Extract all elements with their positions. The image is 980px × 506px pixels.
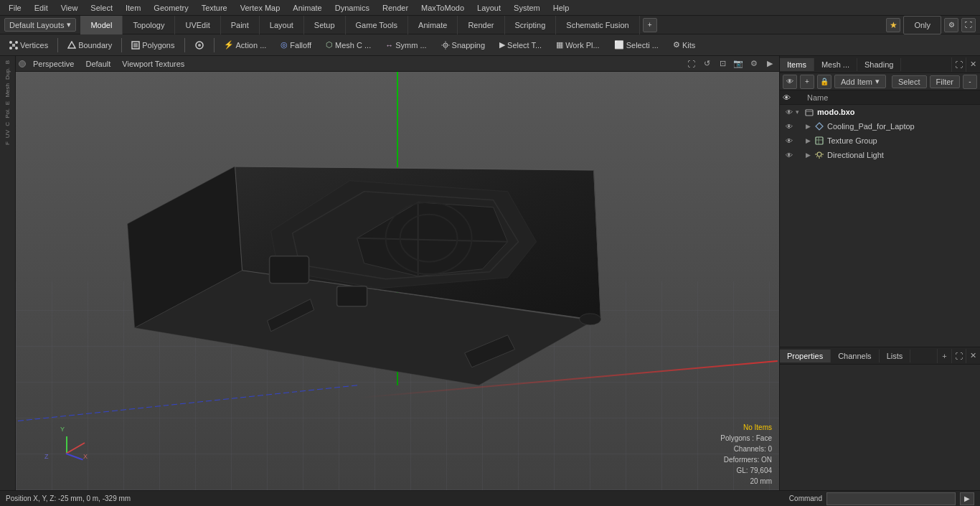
viewport-visibility-toggle[interactable] <box>19 60 26 67</box>
viewport-fit-icon[interactable]: ⊡ <box>716 57 729 70</box>
star-icon[interactable]: ★ <box>886 18 900 32</box>
viewport-perspective-label[interactable]: Perspective <box>29 59 78 69</box>
eye-toggle[interactable]: 👁 <box>783 106 796 118</box>
viewport-maximize-icon[interactable]: ⛶ <box>684 57 697 70</box>
items-column-header: 👁 Name <box>780 90 980 105</box>
menu-render[interactable]: Render <box>377 2 414 14</box>
tab-render[interactable]: Render <box>458 16 504 34</box>
tab-topology[interactable]: Topology <box>123 16 175 34</box>
list-item[interactable]: 👁 ▶ Texture Group <box>780 133 980 148</box>
menu-item[interactable]: Item <box>120 2 146 14</box>
3d-viewport[interactable]: Y X Z No Items Polygons : Face Channels:… <box>16 72 779 490</box>
expand-arrow-icon[interactable]: ▶ <box>806 123 814 130</box>
item-box-icon <box>804 107 814 117</box>
mode-icon-4[interactable] <box>188 37 211 54</box>
eye-toggle[interactable]: 👁 <box>783 149 796 161</box>
viewport-more-icon[interactable]: ▶ <box>763 57 776 70</box>
tab-paint[interactable]: Paint <box>221 16 260 34</box>
list-item[interactable]: 👁 ▾ modo.bxo <box>780 105 980 119</box>
tab-game-tools[interactable]: Game Tools <box>346 16 409 34</box>
action-button[interactable]: ⚡ Action ... <box>217 37 273 54</box>
items-lock-icon[interactable]: 🔒 <box>817 75 831 89</box>
tab-shading[interactable]: Shading <box>857 58 901 71</box>
props-add-icon[interactable]: + <box>937 349 951 363</box>
items-close-icon[interactable]: ✕ <box>966 57 980 72</box>
expand-arrow-icon[interactable]: ▶ <box>806 151 814 159</box>
menu-texture[interactable]: Texture <box>196 2 233 14</box>
tab-lists[interactable]: Lists <box>880 350 911 362</box>
menu-layout[interactable]: Layout <box>471 2 507 14</box>
sidebar-item-dup[interactable]: Dup. <box>3 66 12 81</box>
viewport-rotate-icon[interactable]: ↺ <box>700 57 713 70</box>
sidebar-item-b[interactable]: B <box>3 59 12 65</box>
menu-help[interactable]: Help <box>547 2 575 14</box>
tab-mesh[interactable]: Mesh ... <box>814 58 857 71</box>
svg-point-3 <box>9 47 12 50</box>
add-layout-tab-button[interactable]: + <box>643 18 657 32</box>
sidebar-item-mesh[interactable]: Mesh <box>3 82 12 99</box>
tab-properties[interactable]: Properties <box>780 350 831 362</box>
menu-vertex-map[interactable]: Vertex Map <box>235 2 286 14</box>
tab-model[interactable]: Model <box>80 16 123 34</box>
sidebar-item-e[interactable]: E <box>3 100 12 106</box>
items-plus-icon[interactable]: + <box>800 75 814 89</box>
props-close-icon[interactable]: ✕ <box>966 349 980 363</box>
settings-icon[interactable]: ⚙ <box>944 18 958 32</box>
selecti-button[interactable]: ⬜ Selecti ... <box>608 37 665 54</box>
items-expand-icon[interactable]: ⛶ <box>951 57 966 72</box>
tab-schematic-fusion[interactable]: Schematic Fusion <box>556 16 639 34</box>
select-t-button[interactable]: ▶ Select T... <box>493 37 548 54</box>
work-pl-button[interactable]: ▦ Work Pl... <box>550 37 606 54</box>
snapping-button[interactable]: Snapping <box>435 37 492 54</box>
boundary-mode-icon[interactable]: Boundary <box>61 37 118 54</box>
menu-edit[interactable]: Edit <box>29 2 54 14</box>
list-item[interactable]: 👁 ▶ Directional Light <box>780 148 980 162</box>
tab-scripting[interactable]: Scripting <box>505 16 557 34</box>
vertices-mode-icon[interactable]: Vertices <box>3 37 55 54</box>
menu-geometry[interactable]: Geometry <box>148 2 194 14</box>
tab-uvedit[interactable]: UVEdit <box>175 16 220 34</box>
symm-button[interactable]: ↔ Symm ... <box>379 37 433 54</box>
command-input[interactable] <box>826 492 956 505</box>
sidebar-item-pol[interactable]: Pol. <box>3 107 12 120</box>
select-button[interactable]: Select <box>892 75 927 88</box>
tab-setup[interactable]: Setup <box>304 16 346 34</box>
layouts-dropdown[interactable]: Default Layouts ▾ <box>4 18 76 32</box>
items-minus-icon[interactable]: - <box>963 75 977 89</box>
tab-layout[interactable]: Layout <box>260 16 304 34</box>
menu-file[interactable]: File <box>3 2 27 14</box>
mesh-c-button[interactable]: ⬡ Mesh C ... <box>319 37 377 54</box>
expand-arrow-icon[interactable]: ▶ <box>806 137 814 144</box>
menu-select[interactable]: Select <box>85 2 118 14</box>
tab-items[interactable]: Items <box>780 58 814 71</box>
viewport-container: Perspective Default Viewport Textures ⛶ … <box>16 56 779 490</box>
sidebar-item-f[interactable]: F <box>3 140 12 146</box>
eye-toggle[interactable]: 👁 <box>783 134 796 147</box>
tab-animate[interactable]: Animate <box>408 16 458 34</box>
command-go-button[interactable]: ▶ <box>960 492 974 505</box>
sidebar-item-c[interactable]: C <box>3 121 12 128</box>
add-item-button[interactable]: Add Item ▾ <box>834 75 886 88</box>
viewport-shading-label[interactable]: Viewport Textures <box>118 59 189 69</box>
viewport-style-label[interactable]: Default <box>81 59 115 69</box>
menu-system[interactable]: System <box>508 2 546 14</box>
viewport-settings-icon[interactable]: ⚙ <box>748 57 760 70</box>
only-button[interactable]: Only <box>903 16 941 34</box>
menu-view[interactable]: View <box>55 2 84 14</box>
menu-max-to-modo[interactable]: MaxToModo <box>415 2 470 14</box>
falloff-button[interactable]: ◎ Falloff <box>274 37 318 54</box>
polygons-mode-icon[interactable]: Polygons <box>125 37 181 54</box>
sidebar-item-uv[interactable]: UV <box>3 128 12 139</box>
filter-button[interactable]: Filter <box>930 75 960 88</box>
props-expand-icon[interactable]: ⛶ <box>951 349 966 363</box>
eye-toggle[interactable]: 👁 <box>783 120 796 133</box>
expand-arrow-icon[interactable]: ▾ <box>796 108 804 116</box>
kits-button[interactable]: ⚙ Kits <box>666 37 702 54</box>
items-eye-icon[interactable]: 👁 <box>783 75 797 89</box>
list-item[interactable]: 👁 ▶ Cooling_Pad_for_Laptop <box>780 119 980 133</box>
menu-animate[interactable]: Animate <box>287 2 327 14</box>
viewport-camera-icon[interactable]: 📷 <box>732 57 745 70</box>
tab-channels[interactable]: Channels <box>831 350 879 362</box>
menu-dynamics[interactable]: Dynamics <box>329 2 375 14</box>
expand-icon[interactable]: ⛶ <box>961 18 976 32</box>
